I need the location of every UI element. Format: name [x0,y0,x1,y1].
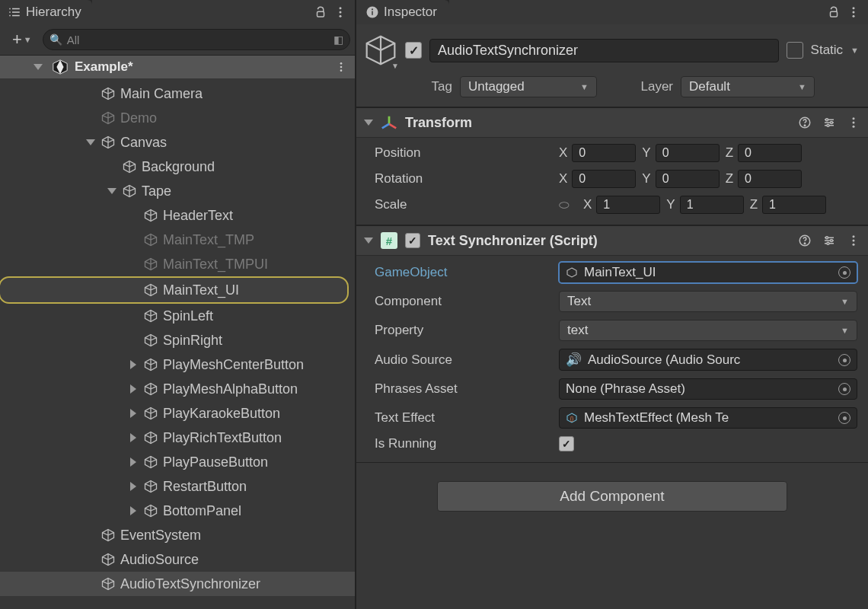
isrunning-checkbox[interactable]: ✓ [559,436,574,451]
fold-icon[interactable] [85,139,96,145]
fold-icon[interactable] [128,506,139,515]
object-picker-icon[interactable] [838,383,850,395]
component-dropdown[interactable]: Text▼ [559,291,857,312]
rotation-x[interactable]: 0 [572,170,636,188]
tree-row[interactable]: AudioTextSynchronizer [0,572,355,596]
speaker-icon: 🔊 [566,352,582,368]
help-icon[interactable] [798,116,812,129]
fold-icon[interactable] [107,188,117,194]
object-picker-icon[interactable] [838,412,850,424]
static-checkbox[interactable] [787,42,803,59]
tree-row[interactable]: MainText_UI [0,278,347,302]
tree-row[interactable]: Background [0,155,355,179]
hierarchy-tab[interactable]: Hierarchy [0,0,92,24]
script-header[interactable]: # ✓ Text Synchronizer (Script) [356,225,868,256]
tree-row[interactable]: RestartButton [0,474,355,499]
chevron-down-icon: ▼ [841,297,849,306]
fold-icon[interactable] [128,433,139,442]
fold-icon[interactable] [364,120,373,126]
tree-row[interactable]: BottomPanel [0,499,355,523]
fold-icon[interactable] [128,458,139,467]
gameobject-icon [122,183,137,199]
script-icon: # [381,232,397,249]
svg-point-144 [853,122,855,124]
kebab-icon[interactable] [335,61,347,73]
fold-icon[interactable] [128,360,139,369]
tree-row[interactable]: HeaderText [0,203,355,228]
search-input[interactable]: 🔍 All ◧ [43,29,350,50]
rotation-z[interactable]: 0 [738,170,802,188]
search-placeholder: All [67,33,329,46]
lock-icon[interactable] [827,5,841,19]
inspector-tabs: Inspector [356,0,868,24]
position-y[interactable]: 0 [656,144,720,162]
gameobject-icon [143,381,158,397]
transform-title: Transform [405,115,472,131]
scale-y[interactable]: 1 [680,196,744,214]
info-icon [365,5,379,19]
search-type-icon[interactable]: ◧ [333,33,343,46]
fold-icon[interactable] [364,238,373,244]
lock-icon[interactable] [314,5,327,19]
svg-line-52 [145,262,152,264]
phrases-field[interactable]: None (Phrase Asset) [559,378,857,400]
tree-row[interactable]: Tape [0,179,355,203]
kebab-icon[interactable] [847,5,860,19]
svg-line-67 [145,338,152,340]
tree-row[interactable]: AudioSource [0,547,355,572]
svg-point-147 [804,243,806,244]
preset-icon[interactable] [822,234,836,247]
fold-icon[interactable] [128,384,139,394]
kebab-icon[interactable] [333,5,347,19]
fold-icon[interactable] [34,64,43,70]
add-component-button[interactable]: Add Component [437,481,787,512]
tree-row[interactable]: PlayKaraokeButton [0,401,355,426]
object-picker-icon[interactable] [838,266,850,279]
fold-icon[interactable] [128,409,139,418]
gameobject-name-field[interactable]: AudioTextSynchronizer [429,39,779,62]
scale-z[interactable]: 1 [762,196,826,214]
tree-row[interactable]: PlayRichTextButton [0,426,355,450]
tree-row[interactable]: EventSystem [0,523,355,547]
help-icon[interactable] [798,234,812,247]
gameobject-field[interactable]: MainText_UI [559,262,857,283]
rotation-y[interactable]: 0 [656,170,720,188]
scale-x[interactable]: 1 [596,196,660,214]
tree-row[interactable]: PlayPauseButton [0,450,355,474]
enabled-checkbox[interactable]: ✓ [405,42,422,59]
transform-header[interactable]: Transform [356,107,868,138]
texteffect-field[interactable]: {} MeshTextEffect (Mesh Te [559,407,857,429]
fold-icon[interactable] [128,482,139,491]
scene-header[interactable]: Example* [0,56,355,78]
kebab-icon[interactable] [847,234,860,247]
script-enabled-checkbox[interactable]: ✓ [405,233,420,248]
tree-row[interactable]: SpinRight [0,328,355,352]
tag-dropdown[interactable]: Untagged▼ [460,76,597,97]
tree-row[interactable]: PlayMeshCenterButton [0,352,355,377]
kebab-icon[interactable] [847,116,860,129]
create-dropdown[interactable]: + ▼ [8,30,37,49]
preset-icon[interactable] [822,116,836,129]
constrain-icon[interactable]: ⬭ [559,198,570,212]
layer-dropdown[interactable]: Default▼ [681,76,815,97]
tree-row[interactable]: Canvas [0,130,355,155]
inspector-tab[interactable]: Inspector [356,0,449,24]
audiosource-field[interactable]: 🔊 AudioSource (Audio Sourc [559,349,857,371]
svg-line-98 [151,484,157,486]
position-x[interactable]: 0 [572,144,636,162]
isrunning-label: Is Running [375,436,550,451]
tree-row[interactable]: MainText_TMP [0,228,355,252]
position-z[interactable]: 0 [738,144,802,162]
object-picker-icon[interactable] [838,354,850,366]
tree-row[interactable]: PlayMeshAlphaButton [0,377,355,401]
tree-row[interactable]: Demo [0,106,355,130]
rotation-row: Rotation X0 Y0 Z0 [375,170,857,188]
gameobject-icon[interactable]: ▼ [364,33,397,67]
chevron-down-icon[interactable]: ▼ [850,46,859,55]
svg-line-68 [151,338,157,340]
property-dropdown[interactable]: text▼ [559,320,857,341]
tree-row[interactable]: Main Camera [0,81,355,106]
gameobject-icon [143,430,158,445]
tree-row[interactable]: MainText_TMPUI [0,252,355,276]
tree-row[interactable]: SpinLeft [0,304,355,328]
